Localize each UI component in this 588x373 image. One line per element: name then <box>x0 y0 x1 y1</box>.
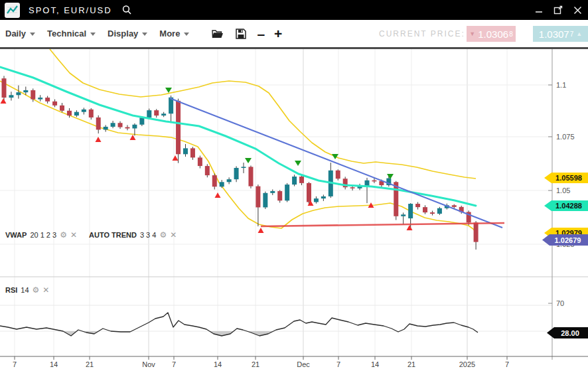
open-folder-icon[interactable] <box>212 29 224 38</box>
bid-subdigit: 8 <box>509 31 513 38</box>
svg-text:7: 7 <box>172 360 176 368</box>
minimize-button[interactable] <box>534 5 544 15</box>
chevron-down-icon <box>30 33 35 36</box>
ask-price: 1.0307 <box>539 29 569 40</box>
svg-text:7: 7 <box>505 360 509 368</box>
title-bar: SPOT, EUR/USD <box>0 0 588 20</box>
zoom-in-button[interactable]: + <box>274 28 282 40</box>
last-price-badge: 1.02679 <box>542 234 588 246</box>
chart-app-icon <box>5 3 20 18</box>
ask-price-badge[interactable]: 1.03077 ▲ <box>533 26 588 42</box>
autotrend-indicator-name: AUTO TREND <box>89 231 137 239</box>
popout-window-button[interactable] <box>553 5 563 15</box>
svg-text:14: 14 <box>214 360 222 368</box>
bid-price: 1.0306 <box>478 29 508 40</box>
svg-text:Dec: Dec <box>297 360 310 368</box>
menu-timeframe-label: Daily <box>5 29 26 38</box>
svg-text:1.05: 1.05 <box>556 186 570 194</box>
svg-text:1.1: 1.1 <box>556 81 566 89</box>
svg-text:21: 21 <box>86 360 94 368</box>
ask-subdigit: 7 <box>570 31 574 38</box>
menu-technical[interactable]: Technical <box>47 29 96 38</box>
chevron-down-icon <box>142 33 147 36</box>
toolbar-divider <box>0 47 588 49</box>
svg-text:14: 14 <box>371 360 379 368</box>
rsi-value-badge: 28.00 <box>547 327 588 338</box>
menu-more[interactable]: More <box>159 29 189 38</box>
vwap-remove-icon[interactable]: ✕ <box>70 231 77 239</box>
svg-text:Nov: Nov <box>142 360 155 368</box>
vwap-indicator-name: VWAP <box>5 231 27 239</box>
bb-upper-price-badge: 1.05598 <box>544 173 588 183</box>
menu-more-label: More <box>159 29 180 38</box>
autotrend-settings-gear-icon[interactable]: ⚙ <box>159 231 167 239</box>
current-price-label: CURRENT PRICE: <box>379 20 465 47</box>
close-icon[interactable] <box>572 5 583 15</box>
bid-price-badge[interactable]: ▼ 1.03068 <box>467 26 516 42</box>
rsi-legend-row: RSI 14 ⚙ ✕ <box>5 286 49 294</box>
autotrend-remove-icon[interactable]: ✕ <box>170 231 177 239</box>
zoom-out-button[interactable]: – <box>257 28 265 40</box>
svg-text:1.075: 1.075 <box>556 133 575 141</box>
svg-text:70: 70 <box>556 299 564 307</box>
chevron-down-icon <box>90 33 96 36</box>
price-chart[interactable]: 1.11.0751.051.0257071421Nov71421Dec71421… <box>0 0 588 373</box>
indicator-legend-row: VWAP 20 1 2 3 ⚙ ✕ AUTO TREND 3 3 4 ⚙ ✕ <box>5 231 177 239</box>
svg-text:21: 21 <box>407 360 415 368</box>
menu-technical-label: Technical <box>47 29 86 38</box>
svg-text:7: 7 <box>13 360 17 368</box>
rsi-indicator-name: RSI <box>5 286 17 294</box>
svg-text:14: 14 <box>50 360 58 368</box>
menu-timeframe[interactable]: Daily <box>5 29 35 38</box>
price-up-arrow-icon: ▲ <box>576 31 582 37</box>
vwap-indicator-params: 20 1 2 3 <box>30 231 56 239</box>
autotrend-indicator-params: 3 3 4 <box>140 231 156 239</box>
save-icon[interactable] <box>236 29 246 39</box>
vwap-settings-gear-icon[interactable]: ⚙ <box>60 231 67 239</box>
menu-display[interactable]: Display <box>108 29 147 38</box>
rsi-indicator-params: 14 <box>21 286 29 294</box>
toolbar: Daily Technical Display More – + CURRENT… <box>0 20 588 47</box>
rsi-remove-icon[interactable]: ✕ <box>42 286 49 294</box>
search-icon[interactable] <box>121 5 132 15</box>
chevron-down-icon <box>184 33 189 36</box>
svg-text:21: 21 <box>252 360 259 368</box>
price-down-arrow-icon: ▼ <box>469 31 475 37</box>
svg-text:2025: 2025 <box>459 360 475 368</box>
ma-price-badge: 1.04288 <box>544 200 588 211</box>
window-title: SPOT, EUR/USD <box>29 5 112 15</box>
svg-text:7: 7 <box>336 360 340 368</box>
menu-display-label: Display <box>108 29 138 38</box>
rsi-settings-gear-icon[interactable]: ⚙ <box>33 286 40 294</box>
